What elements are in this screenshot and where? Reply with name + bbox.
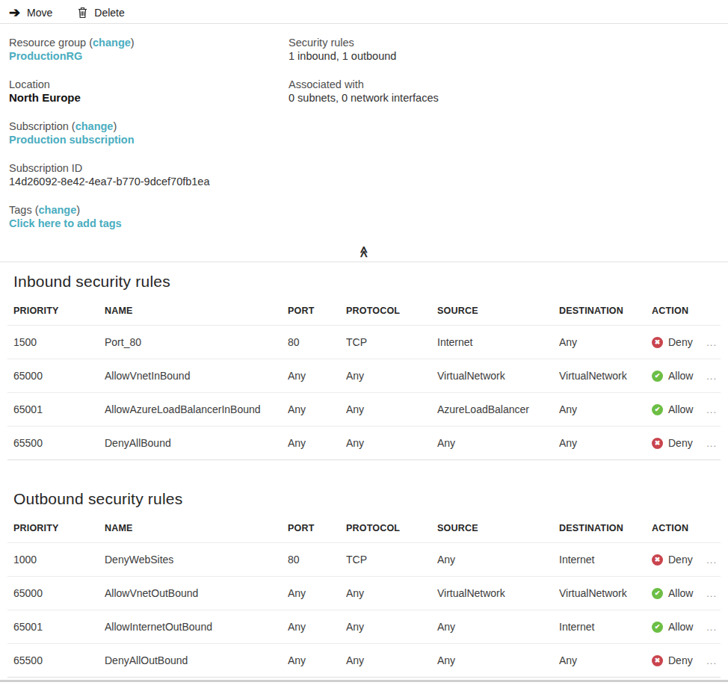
rule-row[interactable]: 65500DenyAllBoundAnyAnyAnyAny✖Deny... — [7, 427, 721, 460]
location-field: Location North Europe — [9, 78, 289, 105]
cell-port: Any — [288, 427, 346, 460]
action-label: Allow — [668, 404, 693, 416]
outbound-rules-title: Outbound security rules — [13, 490, 728, 508]
column-header-name: NAME — [105, 515, 288, 543]
tags-label: Tags — [9, 204, 35, 216]
cell-action: ✔Allow — [652, 393, 698, 427]
rule-row[interactable]: 65001AllowInternetOutBoundAnyAnyAnyInter… — [7, 610, 721, 644]
cell-protocol: Any — [346, 644, 437, 678]
tags-change-link[interactable]: change — [39, 204, 77, 216]
subscription-change-link[interactable]: change — [75, 120, 114, 132]
action-label: Allow — [668, 622, 693, 634]
subscription-value-link[interactable]: Production subscription — [9, 133, 289, 146]
resource-group-value-link[interactable]: ProductionRG — [9, 49, 289, 63]
cell-action: ✖Deny — [652, 326, 698, 359]
rule-row[interactable]: 65000AllowVnetOutBoundAnyAnyVirtualNetwo… — [7, 577, 721, 610]
rule-row[interactable]: 1500Port_8080TCPInternetAny✖Deny... — [7, 326, 721, 359]
row-context-menu[interactable]: ... — [698, 427, 721, 460]
cell-action: ✖Deny — [652, 427, 698, 460]
row-context-menu[interactable]: ... — [698, 326, 721, 359]
cell-destination: Internet — [559, 543, 652, 577]
collapse-toggle[interactable]: ≪ — [0, 245, 728, 261]
cell-port: Any — [288, 393, 346, 427]
rule-row[interactable]: 65000AllowVnetInBoundAnyAnyVirtualNetwor… — [7, 359, 721, 393]
action-label: Deny — [668, 655, 693, 667]
cell-source: Internet — [437, 326, 559, 359]
delete-button[interactable]: Delete — [78, 7, 124, 19]
column-header-action: ACTION — [652, 298, 698, 326]
column-header-source: SOURCE — [437, 515, 559, 543]
cell-priority: 65001 — [7, 610, 105, 644]
row-context-menu[interactable]: ... — [698, 610, 721, 644]
outbound-rules-section: Outbound security rules PRIORITYNAMEPORT… — [0, 490, 728, 678]
row-context-menu[interactable]: ... — [698, 393, 721, 427]
cell-destination: Any — [559, 393, 652, 427]
inbound-rules-title: Inbound security rules — [13, 273, 728, 291]
rule-row[interactable]: 1000DenyWebSites80TCPAnyInternet✖Deny... — [7, 543, 721, 577]
action-label: Deny — [668, 554, 693, 566]
toolbar: ➔ Move Delete — [0, 0, 728, 23]
inbound-rules-section: Inbound security rules PRIORITYNAMEPORTP… — [0, 273, 728, 460]
paren: ) — [113, 120, 117, 132]
resource-group-label: Resource group — [9, 37, 89, 49]
row-context-menu[interactable]: ... — [698, 543, 721, 577]
cell-port: Any — [288, 359, 346, 393]
cell-name: AllowAzureLoadBalancerInBound — [105, 393, 288, 427]
action-label: Deny — [668, 438, 693, 450]
cell-source: Any — [437, 610, 559, 644]
deny-icon: ✖ — [652, 438, 663, 449]
column-header-destination: DESTINATION — [559, 515, 652, 543]
outbound-header-row: PRIORITYNAMEPORTPROTOCOLSOURCEDESTINATIO… — [7, 515, 721, 543]
add-tags-link[interactable]: Click here to add tags — [9, 217, 289, 230]
cell-action: ✔Allow — [652, 577, 698, 610]
move-arrow-icon: ➔ — [9, 6, 20, 19]
overview-left-column: Resource group (change) ProductionRG Loc… — [9, 36, 289, 245]
column-header-action: ACTION — [652, 515, 698, 543]
rule-row[interactable]: 65500DenyAllOutBoundAnyAnyAnyAny✖Deny... — [7, 644, 721, 678]
row-context-menu[interactable]: ... — [698, 359, 721, 393]
column-header-priority: PRIORITY — [7, 515, 105, 543]
security-rules-field: Security rules 1 inbound, 1 outbound — [289, 36, 728, 63]
cell-port: 80 — [288, 543, 346, 577]
allow-icon: ✔ — [652, 371, 663, 382]
row-context-menu[interactable]: ... — [698, 644, 721, 678]
collapse-chevron-icon: ≪ — [359, 246, 369, 258]
rule-row[interactable]: 65001AllowAzureLoadBalancerInBoundAnyAny… — [7, 393, 721, 427]
location-label: Location — [9, 78, 289, 91]
cell-action: ✔Allow — [652, 610, 698, 644]
paren: ) — [131, 37, 135, 49]
cell-action: ✖Deny — [652, 543, 698, 577]
move-button[interactable]: ➔ Move — [9, 6, 52, 19]
resource-group-change-link[interactable]: change — [93, 37, 131, 49]
resource-group-field: Resource group (change) ProductionRG — [9, 36, 289, 63]
inbound-header-row: PRIORITYNAMEPORTPROTOCOLSOURCEDESTINATIO… — [7, 298, 721, 326]
tags-field: Tags (change) Click here to add tags — [9, 203, 289, 230]
overview-right-column: Security rules 1 inbound, 1 outbound Ass… — [289, 36, 728, 245]
cell-protocol: TCP — [346, 326, 437, 359]
column-header-source: SOURCE — [437, 298, 559, 326]
action-label: Allow — [668, 588, 693, 600]
cell-action: ✔Allow — [652, 359, 698, 393]
cell-destination: Any — [559, 326, 652, 359]
cell-source: VirtualNetwork — [437, 359, 559, 393]
nsg-overview-page: { "toolbar": { "move_label": "Move", "de… — [0, 0, 728, 700]
cell-name: DenyAllOutBound — [105, 644, 288, 678]
cell-name: Port_80 — [105, 326, 288, 359]
cell-destination: VirtualNetwork — [559, 359, 652, 393]
row-context-menu[interactable]: ... — [698, 577, 721, 610]
subscription-label: Subscription — [9, 120, 72, 132]
column-header-port: PORT — [288, 515, 346, 543]
location-value: North Europe — [9, 91, 289, 105]
deny-icon: ✖ — [652, 337, 663, 348]
associated-with-value: 0 subnets, 0 network interfaces — [289, 91, 728, 105]
cell-protocol: Any — [346, 359, 437, 393]
security-rules-value: 1 inbound, 1 outbound — [289, 49, 728, 63]
column-header-menu — [698, 515, 721, 543]
column-header-priority: PRIORITY — [7, 298, 105, 326]
move-button-label: Move — [27, 7, 52, 19]
cell-source: Any — [437, 644, 559, 678]
cell-port: Any — [288, 644, 346, 678]
cell-destination: Internet — [559, 610, 652, 644]
overview-section: Resource group (change) ProductionRG Loc… — [0, 24, 728, 245]
cell-port: Any — [288, 610, 346, 644]
